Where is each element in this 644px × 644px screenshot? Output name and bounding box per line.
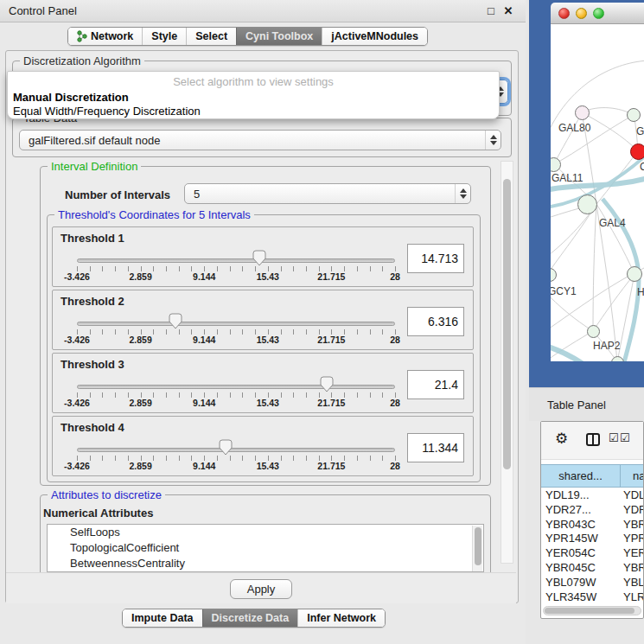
column-header-name[interactable]: na bbox=[621, 465, 643, 487]
node-label-gcy1: GCY1 bbox=[551, 285, 577, 297]
table-row[interactable]: YDL19... YDL1 bbox=[541, 488, 643, 503]
tab-network[interactable]: Network bbox=[68, 28, 142, 45]
tab-jactivemnodules[interactable]: jActiveMNodules bbox=[322, 28, 427, 45]
threshold-4-panel: Threshold 4 -3.426 2.859 9.144 15.43 21.… bbox=[52, 416, 474, 476]
apply-strip: Apply bbox=[6, 572, 516, 603]
close-traffic-light-icon[interactable] bbox=[558, 8, 570, 19]
zoom-traffic-light-icon[interactable] bbox=[593, 8, 604, 19]
close-icon[interactable]: ✕ bbox=[500, 4, 517, 17]
slider-scale: -3.426 2.859 9.144 15.43 21.715 28 bbox=[77, 271, 395, 283]
table-row[interactable]: YPR145W YPR1 bbox=[541, 532, 643, 546]
tab-impute-data[interactable]: Impute Data bbox=[123, 609, 202, 627]
apply-button[interactable]: Apply bbox=[230, 579, 292, 599]
tab-label: Select bbox=[195, 30, 227, 42]
slider-thumb[interactable] bbox=[169, 313, 182, 329]
node-label-gal11: GAL11 bbox=[552, 172, 583, 184]
node-label-g: G bbox=[636, 125, 644, 137]
threshold-1-panel: Threshold 1 -3.426 2.859 9.144 15.43 21.… bbox=[52, 226, 474, 287]
cell-shared-name: YBR043C bbox=[541, 518, 621, 532]
tab-label: Cyni Toolbox bbox=[245, 30, 313, 42]
table-panel: ⚙ ☑ ☑ shared... na YDL19... YDL1 YDR27..… bbox=[540, 421, 644, 619]
node-label-h: H bbox=[637, 286, 644, 298]
table-horizontal-scrollbar-thumb[interactable] bbox=[545, 608, 634, 614]
table-row[interactable]: YER054C YER0 bbox=[541, 546, 643, 561]
slider-thumb[interactable] bbox=[320, 376, 334, 392]
tab-infer-network[interactable]: Infer Network bbox=[297, 609, 385, 627]
cell-name: YBR0 bbox=[621, 518, 643, 532]
network-icon bbox=[77, 30, 87, 42]
columns-icon[interactable] bbox=[586, 433, 600, 446]
float-icon[interactable]: □ bbox=[482, 4, 500, 17]
slider-scale: -3.426 2.859 9.144 15.43 21.715 28 bbox=[77, 398, 395, 409]
cell-shared-name: YPR145W bbox=[541, 532, 621, 546]
tick-label: 2.859 bbox=[129, 398, 151, 408]
threshold-value-input[interactable] bbox=[407, 433, 464, 462]
list-scrollbar-thumb[interactable] bbox=[475, 527, 481, 565]
stepper-icon bbox=[485, 131, 501, 150]
window-title: Control Panel bbox=[9, 4, 482, 17]
tick-label: -3.426 bbox=[64, 398, 90, 408]
slider-thumb[interactable] bbox=[219, 439, 233, 456]
settings-scrollbar-thumb[interactable] bbox=[503, 179, 511, 469]
threshold-label: Threshold 3 bbox=[61, 358, 124, 371]
table-row[interactable]: YLR345W YLR3 bbox=[541, 590, 643, 605]
slider-track[interactable] bbox=[77, 448, 395, 452]
slider-thumb[interactable] bbox=[252, 250, 266, 266]
slider-track[interactable] bbox=[77, 385, 395, 389]
dropdown-option-manual[interactable]: Manual Discretization bbox=[13, 91, 129, 104]
tab-cyni-toolbox[interactable]: Cyni Toolbox bbox=[236, 28, 322, 45]
table-data-combobox[interactable]: galFiltered.sif default node bbox=[19, 130, 501, 150]
list-scrollbar[interactable] bbox=[472, 526, 482, 572]
dropdown-option-equal-width[interactable]: Equal Width/Frequency Discretization bbox=[13, 105, 201, 118]
table-horizontal-scrollbar[interactable] bbox=[543, 606, 641, 615]
tab-discretize-data[interactable]: Discretize Data bbox=[202, 609, 298, 627]
settings-gear-icon[interactable]: ⚙ bbox=[555, 430, 568, 448]
network-window-titlebar bbox=[551, 3, 644, 24]
tab-label: Infer Network bbox=[307, 612, 376, 624]
column-header-shared-name[interactable]: shared... bbox=[541, 465, 621, 487]
tab-select[interactable]: Select bbox=[186, 28, 236, 45]
tick-label: 21.715 bbox=[317, 461, 345, 471]
network-canvas[interactable]: GAL80 G C GAL11 GAL4 GCY1 H HAP2 bbox=[551, 24, 644, 361]
node-selected[interactable] bbox=[630, 143, 644, 160]
threshold-value-input[interactable] bbox=[407, 307, 464, 336]
table-header-row: shared... na bbox=[541, 464, 643, 488]
node-hap2[interactable] bbox=[587, 325, 600, 338]
list-item[interactable]: BetweennessCentrality bbox=[48, 556, 483, 571]
settings-scrollbar[interactable] bbox=[501, 161, 513, 564]
node-h[interactable] bbox=[627, 266, 642, 282]
node-gal4[interactable] bbox=[577, 194, 597, 214]
numerical-attributes-list[interactable]: SelfLoops TopologicalCoefficient Between… bbox=[47, 524, 484, 572]
table-row[interactable]: YIL052C YIL0 bbox=[541, 604, 643, 605]
slider-scale: -3.426 2.859 9.144 15.43 21.715 28 bbox=[77, 335, 395, 346]
table-row[interactable]: YBL079W YBL0 bbox=[541, 576, 643, 590]
tick-label: 15.43 bbox=[257, 398, 279, 408]
minimize-traffic-light-icon[interactable] bbox=[576, 8, 587, 19]
table-data-value: galFiltered.sif default node bbox=[29, 134, 485, 147]
tick-label: 28 bbox=[390, 335, 400, 345]
numerical-attributes-heading: Numerical Attributes bbox=[43, 507, 153, 520]
table-row[interactable]: YBR043C YBR0 bbox=[541, 518, 643, 532]
network-edges bbox=[551, 24, 644, 361]
table-panel-title: Table Panel bbox=[547, 399, 606, 411]
tick-label: 9.144 bbox=[193, 335, 215, 345]
list-item[interactable]: SelfLoops bbox=[48, 525, 483, 540]
select-visible-checkbox-icon[interactable]: ☑ bbox=[620, 431, 630, 444]
slider-track[interactable] bbox=[77, 258, 395, 263]
tab-style[interactable]: Style bbox=[142, 28, 186, 45]
threshold-value-input[interactable] bbox=[407, 244, 464, 273]
node-gal80[interactable] bbox=[575, 105, 590, 120]
list-item[interactable]: TopologicalCoefficient bbox=[48, 540, 483, 556]
group-title: Attributes to discretize bbox=[48, 488, 165, 501]
cell-name: YER0 bbox=[621, 546, 643, 561]
node-g[interactable] bbox=[627, 108, 641, 122]
cell-shared-name: YDL19... bbox=[541, 488, 621, 503]
node-label-hap2: HAP2 bbox=[593, 340, 620, 352]
table-row[interactable]: YDR27... YDR2 bbox=[541, 503, 643, 518]
number-of-intervals-combobox[interactable]: 5 bbox=[184, 183, 471, 204]
table-row[interactable]: YBR045C YBR0 bbox=[541, 561, 643, 576]
cell-name: YDL1 bbox=[621, 488, 643, 503]
slider-track[interactable] bbox=[77, 322, 395, 326]
select-all-checkbox-icon[interactable]: ☑ bbox=[609, 431, 619, 444]
threshold-value-input[interactable] bbox=[407, 370, 464, 399]
